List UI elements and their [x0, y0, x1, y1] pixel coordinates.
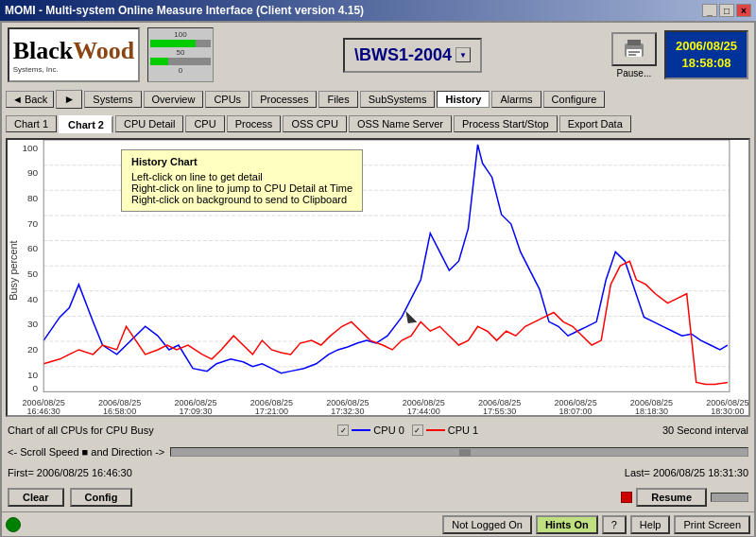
hints-on-button[interactable]: Hints On	[536, 515, 598, 534]
svg-text:17:09:30: 17:09:30	[179, 407, 212, 415]
nav-subsystems[interactable]: SubSystems	[360, 91, 436, 108]
cpu0-line-color	[352, 429, 370, 431]
nav-configure[interactable]: Configure	[543, 91, 606, 108]
window-controls[interactable]: _ □ ×	[702, 4, 751, 17]
system-selector[interactable]: \BWS1-2004 ▼	[343, 38, 482, 73]
not-logged-on-button[interactable]: Not Logged On	[442, 515, 532, 534]
legend-cpu1: ✓ CPU 1	[412, 424, 478, 436]
svg-text:90: 90	[27, 168, 39, 179]
nav-systems[interactable]: Systems	[84, 91, 141, 108]
tab-oss-cpu[interactable]: OSS CPU	[283, 115, 347, 132]
svg-text:60: 60	[27, 243, 39, 253]
last-timestamp: Last= 2006/08/25 18:31:30	[625, 467, 748, 478]
resume-button[interactable]: Resume	[636, 488, 707, 507]
chart-area[interactable]: 100 90 80 70 60 50 40 30 20 10 0 Busy pe…	[6, 138, 750, 417]
resume-area: Resume	[621, 488, 748, 507]
nav-history[interactable]: History	[437, 91, 490, 108]
question-button[interactable]: ?	[602, 515, 627, 534]
svg-text:10: 10	[27, 370, 39, 380]
button-row: Clear Config Resume	[2, 483, 754, 511]
svg-text:30: 30	[27, 319, 39, 329]
resume-indicator	[621, 492, 632, 503]
clear-button[interactable]: Clear	[8, 488, 64, 507]
title-bar: MOMI - Multi-system Online Measure Inter…	[0, 0, 756, 21]
gauge-label-100: 100	[174, 30, 186, 39]
tab-cpu[interactable]: CPU	[185, 115, 224, 132]
svg-text:16:58:00: 16:58:00	[103, 407, 136, 415]
header: BlackWood Systems, Inc. 100 50 0 \BWS1-2…	[2, 23, 754, 87]
scroll-label: <- Scroll Speed ■ and Direction ->	[8, 446, 164, 458]
printer-icon	[621, 36, 647, 62]
svg-rect-5	[8, 140, 748, 415]
svg-text:40: 40	[27, 294, 39, 304]
tab-oss-name-server[interactable]: OSS Name Server	[349, 115, 452, 132]
tooltip-line1: Left-click on line to get detail	[131, 171, 352, 182]
minimize-button[interactable]: _	[702, 4, 717, 17]
svg-text:17:44:00: 17:44:00	[407, 407, 440, 415]
svg-text:0: 0	[33, 383, 39, 393]
cpu0-checkbox[interactable]: ✓	[337, 424, 349, 436]
tab-process[interactable]: Process	[227, 115, 282, 132]
scroll-thumb[interactable]	[459, 449, 471, 457]
nav-alarms[interactable]: Alarms	[491, 91, 541, 108]
nav-processes[interactable]: Processes	[251, 91, 317, 108]
logo-sub: Systems, Inc.	[13, 65, 135, 74]
print-screen-button[interactable]: Print Screen	[674, 515, 750, 534]
cpu1-checkbox[interactable]: ✓	[412, 424, 423, 436]
chart-legend: ✓ CPU 0 ✓ CPU 1	[337, 424, 478, 436]
svg-text:18:30:00: 18:30:00	[711, 407, 744, 415]
svg-text:50: 50	[27, 268, 39, 279]
gauge-area: 100 50 0	[147, 27, 214, 82]
time-display: 18:58:08	[676, 55, 737, 72]
tab-cpu-detail[interactable]: CPU Detail	[115, 115, 183, 132]
help-button[interactable]: Help	[630, 515, 671, 534]
nav-arrow-icon: ►	[63, 93, 75, 106]
tab-process-start-stop[interactable]: Process Start/Stop	[454, 115, 558, 132]
tooltip-title: History Chart	[131, 156, 352, 167]
nav-files[interactable]: Files	[318, 91, 357, 108]
logo-black: Black	[13, 37, 74, 64]
tab-bar: Chart 1 Chart 2 CPU Detail CPU Process O…	[2, 112, 754, 136]
scroll-bar-area: <- Scroll Speed ■ and Direction ->	[2, 442, 754, 462]
scroll-track[interactable]	[170, 447, 748, 457]
datetime: 2006/08/25 18:58:08	[664, 30, 748, 79]
back-button[interactable]: ◄ Back	[6, 91, 54, 108]
svg-text:16:46:30: 16:46:30	[27, 407, 60, 415]
nav-overview[interactable]: Overview	[144, 91, 204, 108]
system-name: \BWS1-2004	[354, 45, 452, 65]
logo: BlackWood Systems, Inc.	[8, 27, 140, 82]
config-button[interactable]: Config	[70, 488, 133, 507]
chart-tooltip: History Chart Left-click on line to get …	[121, 149, 363, 212]
svg-rect-2	[627, 40, 641, 45]
svg-text:17:55:30: 17:55:30	[483, 407, 516, 415]
nav-arrow-button[interactable]: ►	[56, 90, 82, 109]
first-timestamp: First= 2006/08/25 16:46:30	[8, 467, 132, 478]
pause-label[interactable]: Pause...	[617, 68, 652, 78]
close-button[interactable]: ×	[736, 4, 751, 17]
chart-svg: 100 90 80 70 60 50 40 30 20 10 0 Busy pe…	[8, 140, 748, 415]
maximize-button[interactable]: □	[719, 4, 734, 17]
title-text: MOMI - Multi-system Online Measure Inter…	[5, 4, 364, 17]
system-name-area: \BWS1-2004 ▼	[221, 38, 604, 73]
logo-wood: Wood	[73, 37, 134, 64]
pause-icon[interactable]	[611, 32, 657, 66]
cpu0-label: CPU 0	[373, 424, 404, 436]
svg-text:20: 20	[27, 344, 39, 355]
svg-text:17:21:00: 17:21:00	[255, 407, 288, 415]
tab-chart1[interactable]: Chart 1	[6, 115, 57, 132]
svg-text:Busy percent: Busy percent	[8, 240, 19, 300]
resume-progress	[711, 493, 748, 502]
main-window: BlackWood Systems, Inc. 100 50 0 \BWS1-2…	[0, 21, 756, 537]
tab-export-data[interactable]: Export Data	[559, 115, 631, 132]
svg-text:17:32:30: 17:32:30	[331, 407, 364, 415]
gauge-bar-bottom	[150, 58, 211, 65]
svg-rect-4	[628, 54, 636, 56]
tab-chart2[interactable]: Chart 2	[59, 115, 113, 133]
svg-rect-3	[628, 51, 640, 53]
system-dropdown-arrow[interactable]: ▼	[455, 47, 471, 62]
gauge-bar-top	[150, 40, 211, 47]
gauge-label-0: 0	[179, 66, 182, 75]
gauge-label-50: 50	[177, 48, 185, 57]
svg-text:80: 80	[27, 193, 39, 203]
nav-cpus[interactable]: CPUs	[205, 91, 249, 108]
